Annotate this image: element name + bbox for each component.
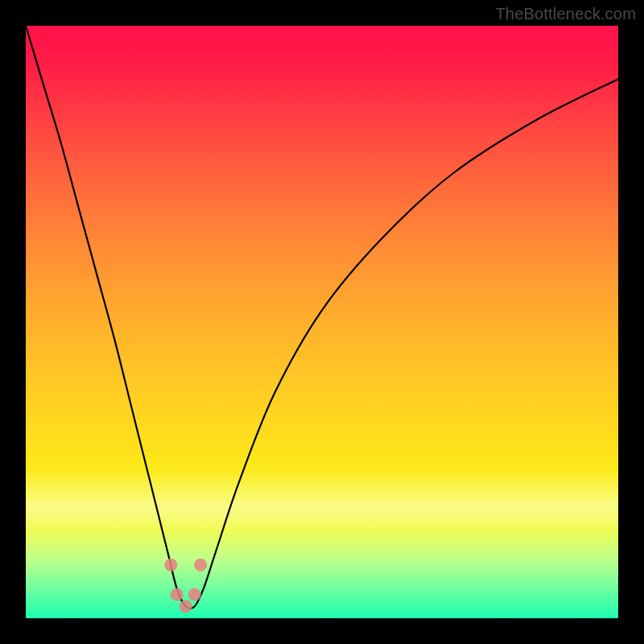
curve-layer [26, 26, 618, 618]
watermark-text: TheBottleneck.com [495, 5, 636, 23]
marker-point [194, 559, 207, 572]
marker-point [164, 559, 177, 572]
marker-point [180, 600, 192, 613]
plot-area [26, 26, 618, 618]
chart-frame: TheBottleneck.com [0, 0, 644, 644]
bottleneck-curve [26, 26, 618, 609]
curve-markers [164, 559, 207, 613]
marker-point [171, 588, 184, 601]
marker-point [188, 588, 201, 601]
